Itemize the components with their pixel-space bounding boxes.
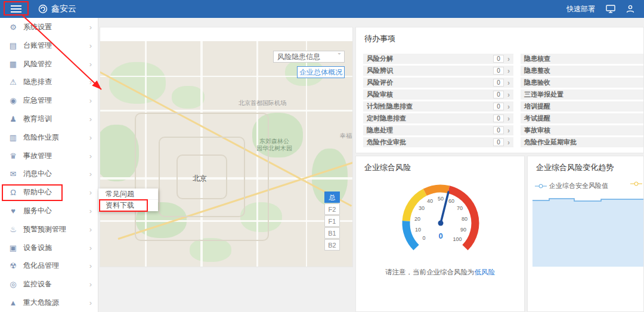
chevron-right-icon[interactable]: › xyxy=(507,103,510,111)
sidebar-item-system-settings[interactable]: ⚙系统设置› xyxy=(0,18,98,36)
trophy-icon: ♛ xyxy=(8,152,18,160)
grid-icon: ▦ xyxy=(8,60,18,69)
todo-item[interactable]: 隐患处理0› xyxy=(363,125,513,135)
legend-marker-icon xyxy=(630,181,642,186)
count-badge: 0 xyxy=(493,55,504,63)
legend-item-risk-value[interactable]: 企业综合安全风险值 xyxy=(535,181,608,190)
sidebar-item-help-center[interactable]: Ω帮助中心› xyxy=(0,183,98,202)
chevron-right-icon[interactable]: › xyxy=(507,126,510,135)
chevron-right-icon: › xyxy=(89,115,92,123)
map-label-east: 幸福 xyxy=(340,132,352,140)
risk-notice: 请注意，当前企业综合风险为低风险 xyxy=(356,268,524,277)
warning-icon: ⚠ xyxy=(8,78,18,87)
chevron-right-icon[interactable]: › xyxy=(507,55,510,63)
top-header: 鑫安云 快速部署 xyxy=(0,0,644,18)
submenu-item-downloads[interactable]: 资料下载 xyxy=(98,200,158,211)
chevron-right-icon[interactable]: › xyxy=(507,67,510,75)
svg-text:10: 10 xyxy=(415,227,421,233)
user-icon[interactable] xyxy=(626,5,634,13)
floor-button-f1[interactable]: F1 xyxy=(324,215,340,227)
chevron-right-icon: › xyxy=(89,261,92,270)
count-badge: 0 xyxy=(493,79,504,87)
map-label-airport: 北京首都国际机场 xyxy=(239,99,286,107)
chevron-right-icon: › xyxy=(89,60,92,69)
gear-icon: ⚙ xyxy=(8,23,18,32)
todo-item[interactable]: 培训提醒 xyxy=(521,101,644,112)
map-label-park: 东郊森林公 园华北树木园 xyxy=(256,138,292,152)
todo-item[interactable]: 风险审核0› xyxy=(363,89,513,100)
chevron-right-icon: › xyxy=(89,78,92,87)
map-shape xyxy=(190,238,231,262)
sidebar-item-service-center[interactable]: ♥服务中心› xyxy=(0,202,98,220)
risk-layer-dropdown[interactable]: 风险隐患信息 ˇ xyxy=(273,51,345,63)
todo-item[interactable]: 风险分解0› xyxy=(363,54,513,64)
todo-item[interactable]: 风险辨识0› xyxy=(363,66,513,76)
chevron-right-icon: › xyxy=(89,188,92,197)
count-badge: 0 xyxy=(493,67,504,75)
sidebar-item-hazard-inspection[interactable]: ⚠隐患排查› xyxy=(0,73,98,91)
heart-icon: ♥ xyxy=(8,206,18,215)
chevron-right-icon[interactable]: › xyxy=(507,91,510,99)
chevron-right-icon: › xyxy=(89,96,92,105)
todo-item[interactable]: 隐患验收 xyxy=(521,78,644,88)
svg-text:70: 70 xyxy=(457,205,463,211)
count-badge: 0 xyxy=(493,103,504,110)
svg-text:80: 80 xyxy=(462,216,467,222)
sidebar-item-message-center[interactable]: ✉消息中心› xyxy=(0,165,98,184)
todo-column-left: 风险分解0› 风险辨识0› 风险评价0› 风险审核0› 计划性隐患排查0› 定时… xyxy=(363,54,513,149)
todo-item[interactable]: 风险评价0› xyxy=(363,78,513,88)
sidebar: ⚙系统设置› ▤台账管理› ▦风险管控› ⚠隐患排查› ◉应急管理› ♟教育培训… xyxy=(0,18,98,312)
todo-item[interactable]: 三违举报处置 xyxy=(521,89,644,100)
sidebar-item-ledger-management[interactable]: ▤台账管理› xyxy=(0,36,98,55)
sidebar-item-equipment-facilities[interactable]: ▣设备设施› xyxy=(0,239,98,257)
sidebar-item-major-hazard-source[interactable]: ▲重大危险源› xyxy=(0,294,98,312)
svg-text:20: 20 xyxy=(414,216,420,222)
chevron-right-icon[interactable]: › xyxy=(507,138,510,147)
sidebar-item-monitoring-equipment[interactable]: ◎监控设备› xyxy=(0,275,98,294)
menu-toggle-button[interactable] xyxy=(11,4,23,14)
todo-item[interactable]: 危险作业延期审批 xyxy=(521,137,644,147)
svg-text:40: 40 xyxy=(427,198,433,204)
brand-logo-icon xyxy=(38,4,48,14)
floor-button-all[interactable]: 总 xyxy=(324,191,340,203)
todo-item[interactable]: 危险作业审批0› xyxy=(363,137,513,147)
todo-item[interactable]: 隐患整改 xyxy=(521,66,644,76)
sidebar-item-dangerous-work-ticket[interactable]: ▥危险作业票› xyxy=(0,128,98,147)
map-label-city: 北京 xyxy=(193,174,207,184)
todo-item[interactable]: 隐患核查 xyxy=(521,54,644,64)
camera-icon: ◎ xyxy=(8,280,18,289)
map-canvas[interactable]: 北京首都国际机场 东郊森林公 园华北树木园 北京 幸福 风险隐患信息 ˇ 企业总… xyxy=(100,41,352,267)
chevron-right-icon[interactable]: › xyxy=(507,79,510,87)
chevron-right-icon[interactable]: › xyxy=(507,115,510,123)
todo-item[interactable]: 计划性隐患排查0› xyxy=(363,101,513,112)
risk-gauge-panel: 企业综合风险 0 10 20 30 40 50 60 70 80 90 100 … xyxy=(355,156,525,312)
chevron-right-icon: › xyxy=(89,298,92,307)
sidebar-item-education-training[interactable]: ♟教育培训› xyxy=(0,110,98,128)
floor-button-b1[interactable]: B1 xyxy=(324,227,340,239)
brand: 鑫安云 xyxy=(38,4,76,14)
map-shape xyxy=(109,62,166,104)
map-shape xyxy=(100,125,139,181)
sidebar-item-emergency-management[interactable]: ◉应急管理› xyxy=(0,91,98,110)
submenu-item-faq[interactable]: 常见问题 xyxy=(98,189,158,200)
chevron-right-icon: › xyxy=(89,41,92,50)
risk-gauge-chart: 0 10 20 30 40 50 60 70 80 90 100 0 xyxy=(393,175,488,256)
legend-item-secondary[interactable] xyxy=(630,181,642,186)
map-panel: 北京首都国际机场 东郊森林公 园华北树木园 北京 幸福 风险隐患信息 ˇ 企业总… xyxy=(100,27,353,267)
sidebar-item-risk-control[interactable]: ▦风险管控› xyxy=(0,55,98,73)
chemical-icon: ☢ xyxy=(8,261,18,270)
sidebar-item-accident-management[interactable]: ♛事故管理› xyxy=(0,147,98,165)
sidebar-item-warning-prediction[interactable]: ♨预警预测管理› xyxy=(0,220,98,239)
document-icon: ▤ xyxy=(8,41,18,50)
risk-level-link[interactable]: 低风险 xyxy=(475,268,496,276)
enterprise-overview-button[interactable]: 企业总体概况 xyxy=(297,66,345,78)
todo-item[interactable]: 考试提醒 xyxy=(521,113,644,123)
todo-item[interactable]: 定时隐患排查0› xyxy=(363,113,513,123)
floor-button-f2[interactable]: F2 xyxy=(324,203,340,215)
monitor-icon[interactable] xyxy=(606,5,615,13)
todo-item[interactable]: 事故审核 xyxy=(521,125,644,135)
sidebar-item-hazardous-chemicals[interactable]: ☢危化品管理› xyxy=(0,257,98,276)
quick-deploy-link[interactable]: 快速部署 xyxy=(566,4,595,14)
count-badge: 0 xyxy=(493,126,504,134)
floor-button-b2[interactable]: B2 xyxy=(324,239,340,251)
